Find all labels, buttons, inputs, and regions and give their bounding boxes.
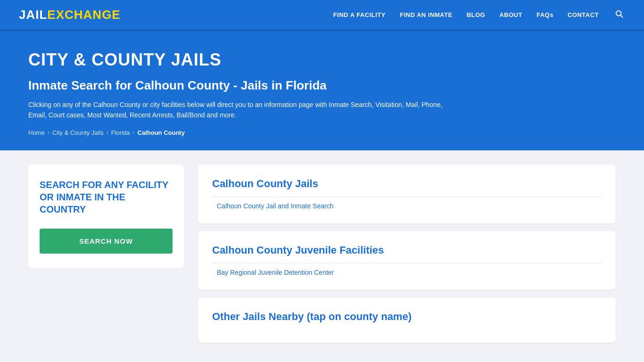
card-divider-2 <box>212 263 602 263</box>
nav-faqs[interactable]: FAQs <box>537 11 553 18</box>
card-county-jails: Calhoun County Jails Calhoun County Jail… <box>198 165 616 223</box>
card-title-nearby[interactable]: Other Jails Nearby (tap on county name) <box>212 311 602 323</box>
hero-description: Clicking on any of the Calhoun County or… <box>28 99 453 121</box>
breadcrumb-home[interactable]: Home <box>28 129 45 136</box>
breadcrumb: Home › City & County Jails › Florida › C… <box>28 129 616 136</box>
nav-contact[interactable]: CONTACT <box>568 11 599 18</box>
page-title: CITY & COUNTY JAILS <box>28 50 616 70</box>
card-title-county-jails[interactable]: Calhoun County Jails <box>212 178 602 190</box>
main-content: SEARCH FOR ANY FACILITY OR INMATE IN THE… <box>0 150 644 357</box>
main-nav: FIND A FACILITY FIND AN INMATE BLOG ABOU… <box>333 8 625 22</box>
card-link-county-jail[interactable]: Calhoun County Jail and Inmate Search <box>212 202 333 210</box>
card-juvenile-facilities: Calhoun County Juvenile Facilities Bay R… <box>198 231 616 290</box>
nav-about[interactable]: ABOUT <box>499 11 522 18</box>
nav-find-facility[interactable]: FIND A FACILITY <box>333 11 386 18</box>
breadcrumb-sep-1: › <box>48 129 50 136</box>
card-nearby-jails: Other Jails Nearby (tap on county name) <box>198 297 616 343</box>
card-title-juvenile[interactable]: Calhoun County Juvenile Facilities <box>212 244 602 256</box>
breadcrumb-state[interactable]: Florida <box>111 129 130 136</box>
breadcrumb-sep-2: › <box>107 129 108 136</box>
search-now-button[interactable]: SEARCH NOW <box>40 229 173 254</box>
search-widget: SEARCH FOR ANY FACILITY OR INMATE IN THE… <box>28 165 184 268</box>
facilities-list: Calhoun County Jails Calhoun County Jail… <box>198 165 616 343</box>
card-divider-1 <box>212 197 602 197</box>
search-icon-button[interactable] <box>613 8 625 22</box>
card-link-juvenile[interactable]: Bay Regional Juvenile Detention Center <box>212 269 334 276</box>
site-logo[interactable]: JAILEXCHANGE <box>19 8 121 22</box>
svg-line-1 <box>620 15 622 17</box>
breadcrumb-city-county[interactable]: City & County Jails <box>52 129 104 136</box>
nav-find-inmate[interactable]: FIND AN INMATE <box>400 11 453 18</box>
hero-banner: CITY & COUNTY JAILS Inmate Search for Ca… <box>0 31 644 150</box>
logo-exchange-text: EXCHANGE <box>47 8 120 22</box>
logo-jail-text: JAIL <box>19 8 47 22</box>
search-widget-title: SEARCH FOR ANY FACILITY OR INMATE IN THE… <box>40 179 173 215</box>
page-subtitle: Inmate Search for Calhoun County - Jails… <box>28 78 616 93</box>
site-header: JAILEXCHANGE FIND A FACILITY FIND AN INM… <box>0 0 644 31</box>
breadcrumb-sep-3: › <box>133 129 135 136</box>
breadcrumb-county: Calhoun County <box>138 129 185 136</box>
nav-blog[interactable]: BLOG <box>467 11 486 18</box>
